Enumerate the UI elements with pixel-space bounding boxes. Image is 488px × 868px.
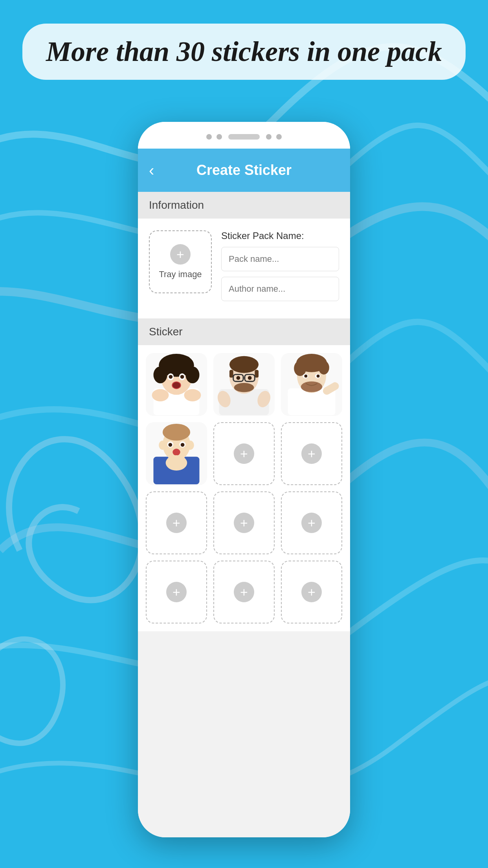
sticker-pack-label: Sticker Pack Name: [221, 230, 339, 241]
sticker-cell-11[interactable]: + [213, 561, 275, 623]
add-circle-6: + [301, 443, 322, 464]
svg-point-54 [172, 449, 180, 456]
info-area: + Tray image Sticker Pack Name: [138, 219, 350, 318]
svg-point-12 [180, 375, 184, 379]
sticker-cell-12[interactable]: + [281, 561, 342, 623]
svg-point-41 [317, 375, 320, 378]
top-banner: More than 30 stickers in one pack [22, 24, 466, 80]
author-name-input[interactable] [221, 277, 339, 301]
phone-dot-2 [216, 134, 222, 140]
sticker-cell-9[interactable]: + [281, 491, 342, 554]
add-circle-9: + [301, 513, 322, 533]
sticker-section-title: Sticker [149, 326, 183, 338]
input-area: Sticker Pack Name: [221, 230, 339, 307]
app-title: Create Sticker [196, 162, 292, 178]
sticker-cell-3[interactable] [281, 353, 342, 416]
add-circle-7: + [166, 513, 187, 533]
svg-point-20 [229, 356, 259, 373]
svg-point-36 [319, 361, 329, 375]
svg-point-23 [234, 383, 254, 392]
sticker-cell-6[interactable]: + [281, 422, 342, 485]
phone-speaker [228, 134, 260, 140]
add-icon-9: + [308, 516, 316, 530]
svg-point-27 [237, 376, 240, 380]
app-content: Information + Tray image Sticker Pack Na… [138, 192, 350, 837]
add-icon-11: + [240, 585, 248, 599]
phone-top-bar [138, 122, 350, 149]
tray-image-box[interactable]: + Tray image [149, 230, 212, 293]
sticker-cell-1[interactable] [146, 353, 207, 416]
add-circle-5: + [234, 443, 254, 464]
svg-point-52 [169, 443, 172, 447]
add-icon-10: + [172, 585, 180, 599]
tray-plus-icon: + [176, 248, 184, 261]
svg-point-53 [181, 443, 185, 447]
svg-point-49 [186, 441, 194, 450]
svg-point-55 [166, 455, 187, 471]
svg-point-15 [152, 389, 169, 401]
svg-point-8 [181, 356, 191, 368]
sticker-grid: + + + + + [138, 345, 350, 631]
add-icon-5: + [240, 447, 248, 460]
add-circle-11: + [234, 582, 254, 602]
svg-rect-22 [255, 370, 259, 378]
back-button[interactable]: ‹ [149, 162, 154, 179]
svg-point-37 [301, 381, 323, 392]
phone-dot-4 [276, 134, 282, 140]
svg-point-35 [294, 361, 306, 376]
information-section-title: Information [149, 199, 204, 211]
svg-point-28 [248, 376, 252, 380]
information-section-header: Information [138, 192, 350, 219]
add-circle-10: + [166, 582, 187, 602]
add-icon-12: + [308, 585, 316, 599]
svg-point-11 [169, 375, 173, 379]
svg-point-16 [184, 389, 201, 401]
sticker-cell-7[interactable]: + [146, 491, 207, 554]
tray-plus-circle: + [170, 244, 191, 265]
add-icon-8: + [240, 516, 248, 530]
phone-mockup: ‹ Create Sticker Information + Tray imag… [138, 122, 350, 837]
sticker-cell-8[interactable]: + [213, 491, 275, 554]
app-header: ‹ Create Sticker [138, 149, 350, 192]
svg-point-40 [304, 375, 307, 378]
sticker-cell-2[interactable] [213, 353, 275, 416]
svg-point-48 [159, 441, 167, 450]
sticker-cell-4[interactable] [146, 422, 207, 485]
banner-text: More than 30 stickers in one pack [46, 36, 442, 67]
sticker-section-header: Sticker [138, 318, 350, 345]
sticker-cell-10[interactable]: + [146, 561, 207, 623]
svg-point-47 [163, 424, 190, 441]
sticker-cell-5[interactable]: + [213, 422, 275, 485]
add-circle-12: + [301, 582, 322, 602]
pack-name-input[interactable] [221, 247, 339, 271]
svg-point-7 [162, 357, 174, 370]
add-circle-8: + [234, 513, 254, 533]
svg-rect-21 [229, 370, 233, 378]
svg-point-14 [172, 382, 180, 388]
tray-image-label: Tray image [159, 269, 202, 280]
phone-dot-1 [206, 134, 212, 140]
phone-dot-3 [266, 134, 272, 140]
add-icon-7: + [172, 516, 180, 530]
svg-point-6 [185, 366, 199, 383]
add-icon-6: + [308, 447, 316, 460]
